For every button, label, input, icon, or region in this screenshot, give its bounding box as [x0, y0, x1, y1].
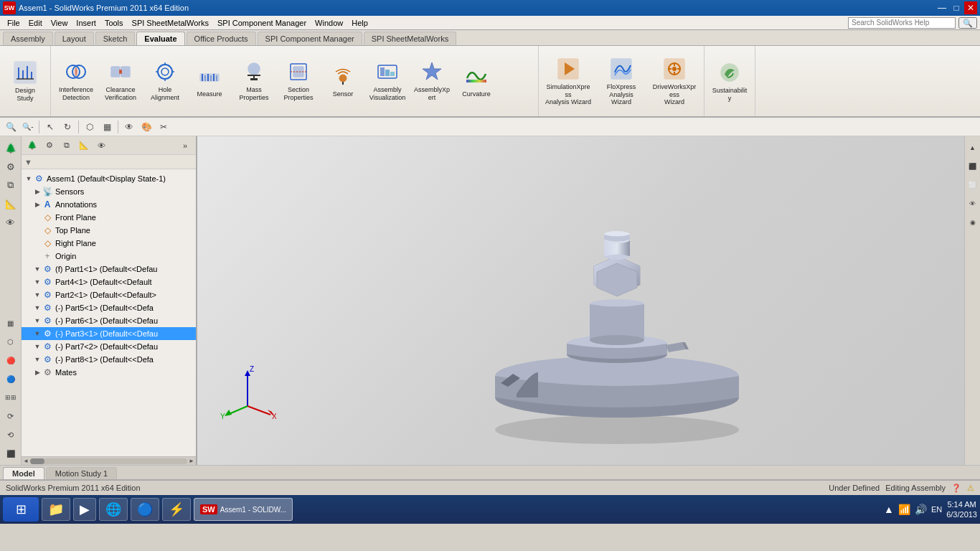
annotations-expand[interactable]: ▶ — [33, 200, 42, 209]
sidebar-view-btn-1[interactable]: ▦ — [2, 314, 19, 331]
tree-item-origin[interactable]: + Origin — [22, 250, 196, 263]
zoom-out-button[interactable]: 🔍- — [20, 120, 36, 134]
scroll-right[interactable]: ► — [189, 458, 194, 464]
right-sidebar-btn-5[interactable]: ◉ — [964, 214, 981, 231]
sidebar-dimxpert-btn[interactable]: 📐 — [2, 195, 19, 212]
part8-expand[interactable]: ▼ — [33, 355, 42, 364]
mass-properties-button[interactable]: MassProperties — [233, 49, 275, 112]
sustainability-button[interactable]: Sustainability — [709, 50, 750, 113]
right-sidebar-btn-2[interactable]: ⬛ — [964, 158, 981, 175]
sidebar-arrow-btn-2[interactable]: ⟲ — [2, 426, 19, 443]
hole-alignment-button[interactable]: HoleAlignment — [144, 49, 186, 112]
3d-viewport[interactable]: X Y Z — [197, 136, 964, 465]
select-button[interactable]: ↖ — [42, 120, 58, 134]
tab-spi-sheetmetalworks[interactable]: SPI SheetMetalWorks — [364, 32, 456, 45]
part1-expand[interactable]: ▼ — [33, 265, 42, 273]
tray-volume[interactable]: 🔊 — [915, 504, 927, 515]
menu-spi-component-manager[interactable]: SPI Component Manager — [213, 17, 311, 29]
model-tab[interactable]: Model — [3, 467, 44, 479]
menu-insert[interactable]: Insert — [72, 17, 100, 29]
part2-expand[interactable]: ▼ — [33, 291, 42, 299]
tree-item-part5[interactable]: ▼ ⚙ (-) Part5<1> (Default<<Defa — [22, 301, 196, 314]
tab-spi-component-manager[interactable]: SPI Component Manager — [258, 32, 362, 45]
tree-item-top-plane[interactable]: ◇ Top Plane — [22, 224, 196, 237]
tray-arrow[interactable]: ▲ — [884, 504, 894, 515]
panel-btn-3[interactable]: ⧉ — [59, 138, 75, 153]
tree-root[interactable]: ▼ ⚙ Assem1 (Default<Display State-1) — [22, 172, 196, 185]
sensor-button[interactable]: Sensor — [322, 49, 364, 112]
tree-item-part7[interactable]: ▼ ⚙ (-) Part7<2> (Default<<Defau — [22, 340, 196, 353]
taskbar-bittorrent[interactable]: ⚡ — [162, 498, 191, 521]
part7-expand[interactable]: ▼ — [33, 342, 42, 351]
front-plane-expand[interactable] — [33, 213, 42, 222]
taskbar-ie[interactable]: 🌐 — [99, 498, 128, 521]
panel-btn-4[interactable]: 📐 — [76, 138, 92, 153]
panel-btn-1[interactable]: 🌲 — [24, 138, 40, 153]
sidebar-featuretree-btn[interactable]: 🌲 — [2, 139, 19, 156]
tree-item-part2[interactable]: ▼ ⚙ Part2<1> (Default<<Default> — [22, 288, 196, 301]
part4-expand[interactable]: ▼ — [33, 278, 42, 286]
rotate-button[interactable]: ↻ — [60, 120, 75, 134]
sidebar-misc-btn[interactable]: ⬛ — [2, 445, 19, 462]
sidebar-snap-btn[interactable]: ⊞⊞ — [2, 389, 19, 406]
sidebar-displaypane-btn[interactable]: 👁 — [2, 214, 19, 231]
assemblyxpert-button[interactable]: AssemblyXpert — [411, 49, 453, 112]
sidebar-view-btn-3[interactable]: 🔴 — [2, 352, 19, 369]
scroll-track[interactable] — [30, 458, 187, 464]
taskbar-explorer[interactable]: 📁 — [42, 498, 70, 521]
hide-show-button[interactable]: 👁 — [121, 120, 137, 134]
tree-item-part3[interactable]: ▼ ⚙ (-) Part3<1> (Default<<Defau — [22, 327, 196, 340]
tree-item-annotations[interactable]: ▶ A Annotations — [22, 198, 196, 211]
tree-item-part4[interactable]: ▼ ⚙ Part4<1> (Default<<Default — [22, 276, 196, 288]
menu-view[interactable]: View — [47, 17, 72, 29]
search-input[interactable] — [848, 17, 956, 29]
search-button[interactable]: 🔍 — [958, 17, 977, 29]
origin-expand[interactable] — [33, 252, 42, 260]
part5-expand[interactable]: ▼ — [33, 303, 42, 312]
simulation-xpress-button[interactable]: SimulationXpressAnalysis Wizard — [543, 50, 593, 113]
display-style-button[interactable]: ▦ — [99, 120, 115, 134]
right-plane-expand[interactable] — [33, 239, 42, 248]
panel-btn-2[interactable]: ⚙ — [42, 138, 57, 153]
menu-tools[interactable]: Tools — [100, 17, 128, 29]
taskbar-media[interactable]: ▶ — [73, 498, 96, 521]
assembly-visualization-button[interactable]: AssemblyVisualization — [367, 49, 408, 112]
design-study-button[interactable]: DesignStudy — [4, 50, 46, 113]
panel-btn-5[interactable]: 👁 — [93, 138, 109, 153]
part6-expand[interactable]: ▼ — [33, 316, 42, 325]
menu-edit[interactable]: Edit — [24, 17, 47, 29]
measure-button[interactable]: Measure — [189, 49, 230, 112]
start-button[interactable]: ⊞ — [3, 497, 39, 522]
tree-item-mates[interactable]: ▶ ⚙ Mates — [22, 366, 196, 379]
tab-assembly[interactable]: Assembly — [3, 32, 53, 45]
view-orient-button[interactable]: ⬡ — [82, 120, 98, 134]
sidebar-configmanager-btn[interactable]: ⧉ — [2, 176, 19, 194]
menu-spi-sheetmetalworks[interactable]: SPI SheetMetalWorks — [128, 17, 213, 29]
tab-sketch[interactable]: Sketch — [95, 32, 136, 45]
right-sidebar-btn-3[interactable]: ⬜ — [964, 176, 981, 194]
edit-appearance-button[interactable]: 🎨 — [138, 120, 154, 134]
tree-item-sensors[interactable]: ▶ 📡 Sensors — [22, 185, 196, 198]
taskbar-solidworks-item[interactable]: SW Assem1 - SOLIDW... — [194, 498, 293, 521]
sidebar-arrow-btn[interactable]: ⟳ — [2, 408, 19, 425]
status-help-icon[interactable]: ❓ — [951, 484, 961, 493]
tree-item-front-plane[interactable]: ◇ Front Plane — [22, 211, 196, 224]
sidebar-view-btn-4[interactable]: 🔵 — [2, 370, 19, 387]
section-view-button[interactable]: ✂ — [156, 120, 171, 134]
tree-item-part8[interactable]: ▼ ⚙ (-) Part8<1> (Default<<Defa — [22, 353, 196, 366]
top-plane-expand[interactable] — [33, 226, 42, 235]
motion-study-tab[interactable]: Motion Study 1 — [46, 467, 117, 479]
sidebar-propertymanager-btn[interactable]: ⚙ — [2, 158, 19, 175]
close-button[interactable]: ✕ — [964, 1, 977, 14]
sensors-expand[interactable]: ▶ — [33, 187, 42, 196]
floxpress-button[interactable]: FloXpressAnalysisWizard — [596, 50, 646, 113]
curvature-button[interactable]: Curvature — [456, 49, 497, 112]
right-sidebar-btn-1[interactable]: ▲ — [964, 139, 981, 156]
menu-help[interactable]: Help — [347, 17, 372, 29]
clearance-verification-button[interactable]: ClearanceVerification — [100, 49, 141, 112]
tab-layout[interactable]: Layout — [55, 32, 94, 45]
section-properties-button[interactable]: SectionProperties — [278, 49, 319, 112]
tree-item-part1[interactable]: ▼ ⚙ (f) Part1<1> (Default<<Defau — [22, 263, 196, 276]
tab-evaluate[interactable]: Evaluate — [136, 32, 184, 45]
taskbar-chrome[interactable]: 🔵 — [131, 498, 159, 521]
